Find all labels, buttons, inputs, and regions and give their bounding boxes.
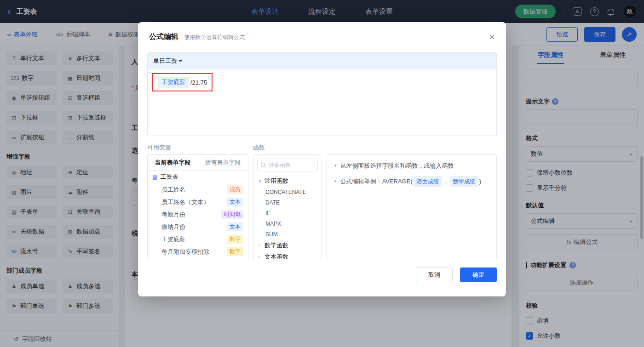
formula-content[interactable]: 工资底薪 /21.75: [148, 69, 496, 95]
type-badge: 成员: [227, 185, 243, 194]
dialog-header: 公式编辑 使用数学运算符编辑公式 ×: [138, 22, 506, 50]
function-group-label: 文本函数: [264, 253, 288, 260]
tip-line-2: 公式编辑举例：AVERAGE( 语文成绩 ， 数学成绩 ): [334, 176, 489, 187]
type-badge: 时间戳: [221, 210, 243, 219]
example-chip-math-score: 数学成绩: [450, 176, 478, 187]
variable-item[interactable]: 工资底薪 数字: [148, 233, 248, 245]
tips-panel: 从左侧面板选择字段名和函数，或输入函数 公式编辑举例：AVERAGE( 语文成绩…: [327, 154, 497, 259]
example-chip-chinese-score: 语文成绩: [414, 176, 442, 187]
variable-item[interactable]: 每月附加专项扣除 数字: [148, 245, 248, 258]
variable-item[interactable]: 考勤月份 时间戳: [148, 208, 248, 221]
tip-line-1: 从左侧面板选择字段名和函数，或输入函数: [334, 161, 489, 171]
function-group-common[interactable]: ∨ 常用函数: [253, 175, 322, 187]
function-item[interactable]: SUM: [253, 229, 322, 239]
formula-highlight: 工资底薪 /21.75: [152, 73, 213, 91]
variable-item[interactable]: 员工姓名 成员: [148, 183, 248, 196]
functions-label: 函数: [253, 143, 265, 152]
function-item[interactable]: MAPX: [253, 218, 322, 229]
variable-name: 缴纳月份: [161, 223, 185, 231]
form-tree-root[interactable]: ▤ 工资表: [148, 171, 248, 183]
chevron-right-icon: ›: [258, 243, 262, 248]
variables-tabs: 当前表单字段 所有表单字段: [148, 155, 248, 171]
dialog-title: 公式编辑: [149, 32, 178, 42]
dialog-footer: 取消 确定: [138, 259, 506, 290]
function-group-math[interactable]: › 数学函数: [253, 239, 322, 251]
formula-edit-dialog: 公式编辑 使用数学运算符编辑公式 × 单日工资 = 工资底薪 /21.75 可用…: [138, 22, 506, 296]
close-icon[interactable]: ×: [489, 32, 495, 42]
function-search-input[interactable]: [269, 162, 315, 168]
variable-name: 每月附加专项扣除: [161, 248, 209, 256]
document-icon: ▤: [152, 174, 157, 180]
chevron-down-icon: ∨: [258, 178, 262, 183]
variable-name: 考勤月份: [161, 210, 185, 219]
tip-example-prefix: 公式编辑举例：AVERAGE(: [340, 177, 413, 186]
tip-separator: ，: [443, 177, 449, 186]
cancel-button[interactable]: 取消: [416, 267, 453, 282]
function-group-text[interactable]: › 文本函数: [253, 251, 322, 259]
function-item[interactable]: CONCATENATE: [253, 187, 322, 197]
formula-expression[interactable]: /21.75: [190, 79, 207, 86]
variable-name: 工资底薪: [161, 235, 185, 244]
function-item[interactable]: IF: [253, 208, 322, 218]
type-badge: 数字: [227, 235, 243, 244]
tab-current-form-fields[interactable]: 当前表单字段: [148, 155, 198, 170]
functions-panel: ∨ 常用函数 CONCATENATE DATE IF MAPX SUM › 数学…: [253, 154, 322, 259]
tip-example-suffix: ): [479, 177, 481, 186]
panel-labels: 可用变量 函数: [147, 143, 497, 152]
formula-editor: 单日工资 = 工资底薪 /21.75: [147, 52, 497, 136]
variable-name: 员工姓名: [161, 186, 185, 194]
variable-item[interactable]: 员工姓名（文本） 文本: [148, 196, 248, 208]
type-badge: 文本: [227, 222, 243, 231]
dialog-subtitle: 使用数学运算符编辑公式: [184, 34, 245, 41]
variable-item[interactable]: 缴纳月份 文本: [148, 221, 248, 233]
variables-panel: 当前表单字段 所有表单字段 ▤ 工资表 员工姓名 成员 员工姓名（文本） 文本 …: [147, 154, 248, 259]
available-variables-label: 可用变量: [147, 143, 248, 152]
tip-text: 从左侧面板选择字段名和函数，或输入函数: [340, 161, 454, 171]
type-badge: 文本: [227, 198, 243, 206]
function-item[interactable]: DATE: [253, 197, 322, 208]
field-chip[interactable]: 工资底薪: [158, 77, 189, 88]
modal-panels: 当前表单字段 所有表单字段 ▤ 工资表 员工姓名 成员 员工姓名（文本） 文本 …: [147, 154, 497, 259]
chevron-right-icon: ›: [258, 254, 262, 259]
confirm-button[interactable]: 确定: [460, 267, 497, 282]
formula-target-row: 单日工资 =: [148, 53, 496, 69]
search-icon: [260, 162, 266, 168]
function-group-label: 数学函数: [264, 241, 288, 250]
variable-name: 员工姓名（文本）: [161, 198, 209, 206]
type-badge: 数字: [227, 247, 243, 256]
function-search: [257, 159, 318, 171]
function-group-label: 常用函数: [264, 177, 288, 185]
tab-all-form-fields[interactable]: 所有表单字段: [198, 155, 248, 170]
form-name: 工资表: [160, 173, 178, 181]
